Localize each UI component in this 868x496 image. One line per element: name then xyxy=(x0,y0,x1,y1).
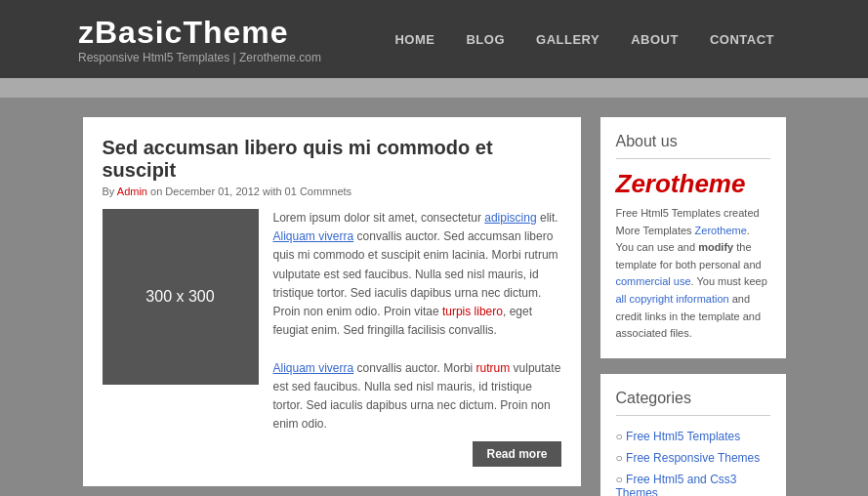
about-section: About us Zerotheme Free Html5 Templates … xyxy=(600,117,786,358)
post-1-title: Sed accumsan libero quis mi commodo et s… xyxy=(103,137,561,182)
categories-list: Free Html5 Templates Free Responsive The… xyxy=(616,426,770,496)
category-link-2[interactable]: Free Responsive Themes xyxy=(626,451,760,465)
main-container: Sed accumsan libero quis mi commodo et s… xyxy=(73,117,796,496)
nav-blog[interactable]: BLOG xyxy=(450,24,520,55)
nav-about[interactable]: ABOUT xyxy=(615,24,694,55)
sidebar: About us Zerotheme Free Html5 Templates … xyxy=(600,117,786,496)
about-title: About us xyxy=(616,133,770,159)
category-item-1: Free Html5 Templates xyxy=(616,426,770,447)
read-more-wrap: Read more xyxy=(273,441,561,467)
gray-band xyxy=(0,78,868,98)
categories-section: Categories Free Html5 Templates Free Res… xyxy=(600,374,786,496)
header: zBasicTheme Responsive Html5 Templates |… xyxy=(0,0,868,78)
content-area: Sed accumsan libero quis mi commodo et s… xyxy=(83,117,581,496)
category-item-2: Free Responsive Themes xyxy=(616,447,770,469)
post-1-text: Lorem ipsum dolor sit amet, consectetur … xyxy=(273,209,561,467)
category-link-3[interactable]: Free Html5 and Css3 Themes xyxy=(616,473,737,496)
zerotheme-logo: Zerotheme xyxy=(616,169,770,199)
nav-home[interactable]: HOME xyxy=(379,24,450,55)
post-1-author[interactable]: Admin xyxy=(117,186,147,197)
main-nav: HOME BLOG GALLERY ABOUT CONTACT xyxy=(379,24,790,55)
logo-subtitle: Responsive Html5 Templates | Zerotheme.c… xyxy=(78,51,321,64)
post-1-content: 300 x 300 Lorem ipsum dolor sit amet, co… xyxy=(103,209,561,467)
nav-contact[interactable]: CONTACT xyxy=(694,24,790,55)
post-card-1: Sed accumsan libero quis mi commodo et s… xyxy=(83,117,581,486)
categories-title: Categories xyxy=(616,390,770,416)
logo-title: zBasicTheme xyxy=(78,15,321,51)
read-more-button[interactable]: Read more xyxy=(473,441,560,467)
post-1-image-label: 300 x 300 xyxy=(145,288,214,306)
category-item-3: Free Html5 and Css3 Themes xyxy=(616,469,770,496)
nav-gallery[interactable]: GALLERY xyxy=(520,24,615,55)
logo-area: zBasicTheme Responsive Html5 Templates |… xyxy=(78,15,321,64)
post-1-meta: By Admin on December 01, 2012 with 01 Co… xyxy=(103,186,561,197)
post-1-image: 300 x 300 xyxy=(103,209,259,385)
category-link-1[interactable]: Free Html5 Templates xyxy=(626,430,740,443)
about-text: Free Html5 Templates created More Templa… xyxy=(616,205,770,343)
